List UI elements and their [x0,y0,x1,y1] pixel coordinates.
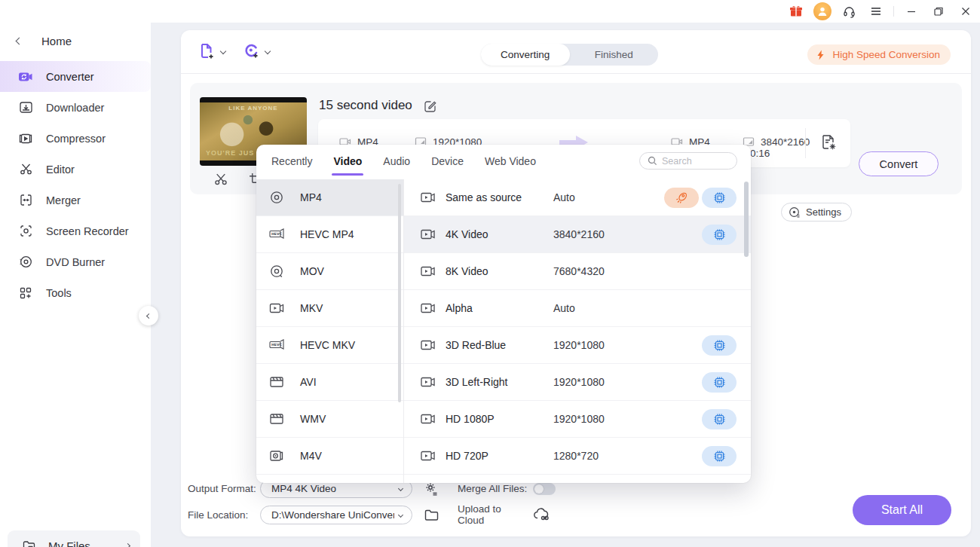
preset-hd-720p[interactable]: HD 720P 1280*720 [404,438,751,475]
preset-list-scrollbar[interactable] [744,182,749,257]
my-files-button[interactable]: My Files [8,530,140,547]
preset-name: 3D Left-Right [446,376,553,388]
sidebar-item-label: Editor [46,163,75,176]
format-search-box[interactable] [639,152,737,170]
rename-edit-icon[interactable] [423,99,437,113]
merge-toggle[interactable] [533,483,556,495]
preset-value: 7680*4320 [553,265,737,277]
tab-video[interactable]: Video [333,155,362,169]
preset-alpha[interactable]: Alpha Auto [404,290,751,327]
file-settings-button[interactable] [819,133,838,155]
clapperboard-icon [268,375,285,389]
collapse-icon [145,313,151,318]
support-headset-icon[interactable] [839,2,859,21]
tab-audio[interactable]: Audio [383,155,410,169]
titlebar [0,0,980,23]
format-mp4[interactable]: MP4 [256,179,403,216]
preset-same-as-source[interactable]: Same as source Auto [404,179,751,216]
tab-recently[interactable]: Recently [271,155,312,169]
open-folder-button[interactable] [417,507,446,523]
merger-icon [18,193,33,208]
upload-cloud-button[interactable] [533,506,551,523]
tab-device[interactable]: Device [431,155,464,169]
high-speed-label: High Speed Conversion [832,49,940,60]
sidebar-item-editor[interactable]: Editor [0,154,151,185]
format-label: MP4 [300,191,322,203]
start-all-button[interactable]: Start All [853,495,951,525]
format-label: HEVC MP4 [300,228,354,240]
format-wmv[interactable]: WMV [256,401,403,438]
merge-all-files-label: Merge All Files: [458,483,530,494]
preset-name: 3D Red-Blue [446,339,553,351]
format-label: HEVC MKV [300,339,355,351]
close-button[interactable] [956,2,975,21]
sidebar-item-label: Converter [46,71,94,83]
sidebar-item-converter[interactable]: Converter [0,61,151,92]
format-m4v[interactable]: M4V [256,438,403,475]
output-format-value: MP4 4K Video [271,483,394,494]
format-list-scrollbar[interactable] [398,184,401,402]
chevron-down-icon [265,48,271,54]
gpu-chip-icon[interactable] [702,188,737,208]
tab-converting[interactable]: Converting [481,44,570,66]
preset-4k-video[interactable]: 4K Video 3840*2160 [404,216,751,253]
trim-scissors-icon[interactable] [213,172,228,187]
format-mov[interactable]: MOV [256,253,403,290]
sidebar-item-dvd-burner[interactable]: DVD Burner [0,246,151,277]
sidebar-home[interactable]: Home [0,27,151,54]
format-mkv[interactable]: MKV [256,290,403,327]
tab-finished[interactable]: Finished [570,44,659,66]
gpu-chip-icon[interactable] [702,372,737,393]
preset-name: 4K Video [446,228,553,240]
tab-web-video[interactable]: Web Video [485,155,536,169]
my-files-label: My Files [48,539,90,547]
convert-button[interactable]: Convert [859,151,939,176]
high-speed-rocket-icon[interactable] [664,188,699,208]
gpu-chip-icon[interactable] [702,225,737,245]
video-camera-icon [420,449,446,463]
gpu-chip-icon[interactable] [702,409,737,429]
folder-icon [424,507,439,523]
high-speed-conversion-badge[interactable]: High Speed Conversion [807,44,951,65]
format-avi[interactable]: AVI [256,364,403,401]
preset-3d-left-right[interactable]: 3D Left-Right 1920*1080 [404,364,751,401]
minimize-button[interactable] [902,2,921,21]
maximize-button[interactable] [929,2,948,21]
preset-8k-video[interactable]: 8K Video 7680*4320 [404,253,751,290]
gift-icon[interactable] [786,2,806,21]
sidebar-collapse-button[interactable] [139,306,158,325]
format-label: WMV [300,413,326,425]
format-list: MP4 HEVC HEVC MP4 MOV MKV [256,179,404,483]
dvd-burner-icon [18,255,33,270]
add-file-icon [198,42,216,60]
format-hevc-mp4[interactable]: HEVC HEVC MP4 [256,216,403,253]
sidebar-item-screen-recorder[interactable]: Screen Recorder [0,215,151,246]
sidebar-item-label: Downloader [46,102,104,114]
settings-button[interactable]: Settings [781,203,852,222]
sidebar-item-merger[interactable]: Merger [0,185,151,215]
search-input[interactable] [662,156,727,167]
sidebar: Home Converter Downloader Compressor [0,23,151,547]
file-location-select[interactable]: D:\Wondershare UniConverter [260,506,412,524]
preset-3d-red-blue[interactable]: 3D Red-Blue 1920*1080 [404,327,751,364]
file-location-value: D:\Wondershare UniConverter [271,509,394,521]
account-avatar-icon[interactable] [813,2,831,20]
sidebar-item-compressor[interactable]: Compressor [0,123,151,154]
preset-hd-1080p[interactable]: HD 1080P 1920*1080 [404,401,751,438]
gpu-chip-icon[interactable] [702,446,737,466]
converter-icon [18,69,33,84]
format-label: MKV [300,302,323,314]
hevc-badge-icon: HEVC [268,338,285,353]
hevc-badge-icon: HEVC [268,227,285,242]
add-dvd-button[interactable] [239,41,273,62]
preset-name: HD 720P [446,450,553,462]
gpu-chip-icon[interactable] [702,335,737,356]
sidebar-item-tools[interactable]: Tools [0,277,151,308]
status-tabs: Converting Finished [481,44,658,66]
add-files-button[interactable] [194,41,228,62]
format-hevc-mkv[interactable]: HEVC HEVC MKV [256,327,403,364]
upload-to-cloud-label: Upload to Cloud [458,503,530,526]
menu-icon[interactable] [866,2,886,21]
sidebar-item-downloader[interactable]: Downloader [0,92,151,123]
preset-value: Auto [553,302,737,314]
